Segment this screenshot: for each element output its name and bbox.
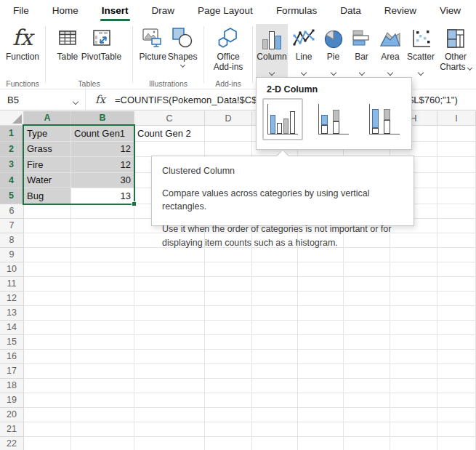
cell-C17[interactable] bbox=[134, 364, 205, 379]
row-header-12[interactable]: 12 bbox=[0, 292, 24, 306]
cell-A3[interactable]: Fire bbox=[24, 157, 71, 173]
cell-F13[interactable] bbox=[298, 306, 344, 321]
cell-D1[interactable] bbox=[205, 126, 252, 142]
cell-B10[interactable] bbox=[71, 262, 134, 277]
cell-E16[interactable] bbox=[252, 350, 298, 364]
row-header-8[interactable]: 8 bbox=[0, 233, 24, 248]
cell-F11[interactable] bbox=[298, 277, 344, 292]
cell-E14[interactable] bbox=[252, 321, 298, 335]
cell-A13[interactable] bbox=[24, 306, 71, 321]
cell-A6[interactable] bbox=[24, 204, 71, 219]
cell-G12[interactable] bbox=[344, 292, 390, 306]
cell-E22[interactable] bbox=[252, 437, 298, 450]
cell-F14[interactable] bbox=[298, 321, 344, 335]
cell-A2[interactable]: Grass bbox=[24, 142, 71, 158]
cell-A12[interactable] bbox=[24, 292, 71, 306]
cell-I21[interactable] bbox=[437, 422, 476, 437]
column-header-D[interactable]: D bbox=[205, 111, 252, 126]
menu-tab-insert[interactable]: Insert bbox=[90, 0, 140, 22]
cell-A17[interactable] bbox=[24, 364, 71, 379]
insert-function-button[interactable]: fx bbox=[86, 93, 115, 106]
cell-C11[interactable] bbox=[134, 277, 205, 292]
cell-D13[interactable] bbox=[205, 306, 252, 321]
menu-tab-data[interactable]: Data bbox=[328, 0, 373, 22]
row-header-3[interactable]: 3 bbox=[0, 157, 24, 173]
cell-G19[interactable] bbox=[344, 393, 390, 408]
cell-H14[interactable] bbox=[390, 321, 437, 335]
cell-A8[interactable] bbox=[24, 233, 71, 248]
cell-E19[interactable] bbox=[252, 393, 298, 408]
cell-C14[interactable] bbox=[134, 321, 205, 335]
picture-button[interactable]: Picture bbox=[139, 22, 166, 67]
cell-E18[interactable] bbox=[252, 379, 298, 393]
cell-I3[interactable] bbox=[437, 157, 476, 173]
cell-I4[interactable] bbox=[437, 173, 476, 189]
cell-B14[interactable] bbox=[71, 321, 134, 335]
cell-G15[interactable] bbox=[344, 335, 390, 350]
menu-tab-home[interactable]: Home bbox=[41, 0, 90, 22]
cell-A19[interactable] bbox=[24, 393, 71, 408]
cell-H10[interactable] bbox=[390, 262, 437, 277]
cell-C9[interactable] bbox=[134, 248, 205, 262]
cell-D11[interactable] bbox=[205, 277, 252, 292]
cell-A4[interactable]: Water bbox=[24, 173, 71, 189]
cell-E12[interactable] bbox=[252, 292, 298, 306]
row-header-21[interactable]: 21 bbox=[0, 422, 24, 437]
cell-D12[interactable] bbox=[205, 292, 252, 306]
cell-G20[interactable] bbox=[344, 408, 390, 422]
cell-E17[interactable] bbox=[252, 364, 298, 379]
cell-I8[interactable] bbox=[437, 233, 476, 248]
cell-B16[interactable] bbox=[71, 350, 134, 364]
row-header-4[interactable]: 4 bbox=[0, 173, 24, 189]
cell-I12[interactable] bbox=[437, 292, 476, 306]
formula-input[interactable]: =COUNTIFS(Pokemon_Data!$C$ bbox=[115, 95, 257, 105]
row-header-16[interactable]: 16 bbox=[0, 350, 24, 364]
cell-G11[interactable] bbox=[344, 277, 390, 292]
cell-A1[interactable]: Type bbox=[24, 126, 71, 142]
cell-D16[interactable] bbox=[205, 350, 252, 364]
cell-I2[interactable] bbox=[437, 142, 476, 158]
cell-E10[interactable] bbox=[252, 262, 298, 277]
row-header-20[interactable]: 20 bbox=[0, 408, 24, 422]
shapes-chevron-icon[interactable] bbox=[180, 63, 185, 68]
cell-C21[interactable] bbox=[134, 422, 205, 437]
line-chart-button[interactable]: Line bbox=[290, 24, 318, 78]
cell-I20[interactable] bbox=[437, 408, 476, 422]
cell-F18[interactable] bbox=[298, 379, 344, 393]
cell-A5[interactable]: Bug bbox=[24, 188, 71, 204]
cell-A7[interactable] bbox=[24, 219, 71, 233]
cell-D17[interactable] bbox=[205, 364, 252, 379]
cell-I18[interactable] bbox=[437, 379, 476, 393]
cell-E20[interactable] bbox=[252, 408, 298, 422]
cell-C16[interactable] bbox=[134, 350, 205, 364]
cell-C10[interactable] bbox=[134, 262, 205, 277]
row-header-5[interactable]: 5 bbox=[0, 188, 24, 204]
row-header-2[interactable]: 2 bbox=[0, 142, 24, 158]
row-header-6[interactable]: 6 bbox=[0, 204, 24, 219]
cell-H11[interactable] bbox=[390, 277, 437, 292]
cell-D18[interactable] bbox=[205, 379, 252, 393]
menu-tab-page-layout[interactable]: Page Layout bbox=[186, 0, 265, 22]
100-stacked-column-option[interactable] bbox=[364, 98, 405, 140]
cell-H17[interactable] bbox=[390, 364, 437, 379]
cell-B12[interactable] bbox=[71, 292, 134, 306]
cell-A15[interactable] bbox=[24, 335, 71, 350]
pivottable-button[interactable]: PivotTable bbox=[81, 22, 121, 62]
cell-I22[interactable] bbox=[437, 437, 476, 450]
cell-C1[interactable]: Count Gen 2 bbox=[134, 126, 205, 142]
cell-H18[interactable] bbox=[390, 379, 437, 393]
function-button[interactable]: fx Function bbox=[0, 22, 45, 62]
cell-E11[interactable] bbox=[252, 277, 298, 292]
row-header-1[interactable]: 1 bbox=[0, 126, 24, 142]
cell-A20[interactable] bbox=[24, 408, 71, 422]
select-all-corner[interactable] bbox=[0, 111, 24, 126]
row-header-10[interactable]: 10 bbox=[0, 262, 24, 277]
cell-I16[interactable] bbox=[437, 350, 476, 364]
cell-G13[interactable] bbox=[344, 306, 390, 321]
scatter-chart-button[interactable]: Scatter bbox=[405, 24, 437, 78]
row-header-17[interactable]: 17 bbox=[0, 364, 24, 379]
cell-I17[interactable] bbox=[437, 364, 476, 379]
cell-B7[interactable] bbox=[71, 219, 134, 233]
stacked-column-option[interactable] bbox=[313, 98, 354, 140]
cell-C12[interactable] bbox=[134, 292, 205, 306]
